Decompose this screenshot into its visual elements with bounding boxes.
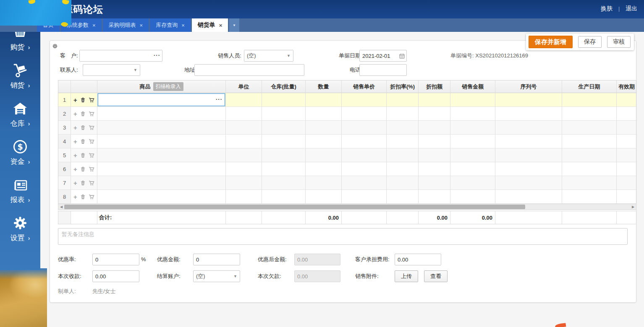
grid-cell bbox=[495, 162, 562, 176]
tab-purchase-detail[interactable]: 采购明细表 × bbox=[103, 18, 149, 32]
close-icon[interactable]: × bbox=[140, 23, 143, 28]
product-input[interactable] bbox=[98, 93, 225, 106]
discount-amount-input[interactable] bbox=[193, 254, 240, 265]
view-button[interactable]: 查看 bbox=[424, 270, 448, 282]
received-input[interactable] bbox=[92, 270, 139, 282]
customer-input[interactable] bbox=[79, 50, 162, 62]
delete-row-icon[interactable] bbox=[81, 153, 85, 158]
row-number: 2 bbox=[58, 107, 71, 121]
grid-cell bbox=[617, 107, 636, 121]
grid-cell bbox=[97, 190, 226, 204]
close-icon[interactable]: × bbox=[92, 23, 96, 28]
add-row-icon[interactable]: + bbox=[73, 125, 77, 131]
grid-cell bbox=[306, 135, 342, 148]
topbar-links: 换肤 | 退出 bbox=[601, 5, 637, 13]
row-number: 7 bbox=[58, 176, 71, 190]
sidebar-item-funds[interactable]: $ 资金› bbox=[0, 133, 40, 171]
tab-stock-query[interactable]: 库存查询 × bbox=[150, 18, 191, 32]
settle-account-select[interactable]: (空) ▼ bbox=[193, 270, 240, 282]
phone-input[interactable] bbox=[359, 64, 407, 76]
tab-overflow-button[interactable]: ▼ bbox=[229, 18, 239, 32]
add-row-icon[interactable]: + bbox=[73, 97, 77, 103]
grid-cell bbox=[387, 93, 419, 107]
doc-number: 单据编号: XS202102012126169 bbox=[450, 50, 528, 62]
cart-row-icon[interactable] bbox=[89, 111, 94, 117]
grid-cell bbox=[97, 107, 226, 121]
totals-cell bbox=[495, 211, 562, 224]
scrollbar-track[interactable] bbox=[64, 204, 630, 210]
top-bar: 源码论坛 换肤 | 退出 bbox=[0, 0, 644, 18]
row-number: 8 bbox=[58, 190, 71, 204]
sales-order-panel: 客 户: ··· 销售人员: (空) ▼ 单据日期: 单据编号: XS20210… bbox=[50, 40, 636, 303]
delete-row-icon[interactable] bbox=[81, 194, 85, 200]
scrollbar-thumb[interactable] bbox=[64, 205, 525, 209]
cart-row-icon[interactable] bbox=[89, 153, 94, 158]
sidebar-item-sales[interactable]: 销货› bbox=[0, 57, 40, 95]
logout-link[interactable]: 退出 bbox=[626, 5, 637, 13]
delete-row-icon[interactable] bbox=[81, 166, 85, 172]
contact-label: 联系人: bbox=[60, 64, 78, 76]
totals-cell bbox=[58, 211, 71, 224]
leaf-icon bbox=[62, 0, 69, 5]
warehouse-icon bbox=[13, 101, 28, 116]
upload-button[interactable]: 上传 bbox=[395, 270, 418, 282]
salesperson-select[interactable]: (空) ▼ bbox=[244, 50, 293, 62]
customer-fee-input[interactable] bbox=[395, 254, 441, 265]
add-row-icon[interactable]: + bbox=[73, 166, 77, 172]
grid-cell bbox=[562, 93, 617, 107]
tab-sales-order-label: 销货单 bbox=[198, 21, 215, 29]
row-actions: + bbox=[71, 93, 97, 107]
scroll-left-arrow-icon[interactable]: ◀ bbox=[58, 204, 64, 210]
product-field-wrap: ··· bbox=[98, 93, 225, 106]
sidebar-item-reports[interactable]: 报表› bbox=[0, 171, 40, 209]
grid-cell bbox=[387, 162, 419, 176]
cart-row-icon[interactable] bbox=[89, 166, 94, 172]
save-button[interactable]: 保存 bbox=[578, 36, 602, 48]
add-row-icon[interactable]: + bbox=[73, 138, 77, 145]
audit-button[interactable]: 审核 bbox=[607, 36, 631, 48]
change-skin-link[interactable]: 换肤 bbox=[601, 5, 613, 13]
scan-gun-entry-badge[interactable]: 扫描枪录入 bbox=[153, 82, 183, 91]
tab-sales-order[interactable]: 销货单 × bbox=[192, 18, 228, 32]
grid-row-6: 6+ bbox=[58, 162, 636, 176]
product-lookup-button[interactable]: ··· bbox=[216, 97, 223, 102]
delete-row-icon[interactable] bbox=[81, 97, 85, 103]
after-discount-label: 优惠后金额: bbox=[258, 254, 287, 265]
horizontal-scrollbar[interactable]: ◀ ▶ bbox=[58, 204, 636, 210]
sidebar-item-warehouse[interactable]: 仓库› bbox=[0, 95, 40, 133]
delete-row-icon[interactable] bbox=[81, 180, 85, 186]
delete-row-icon[interactable] bbox=[81, 125, 85, 130]
cart-row-icon[interactable] bbox=[89, 97, 94, 103]
grid-cell bbox=[450, 190, 495, 204]
remark-textarea[interactable] bbox=[58, 228, 628, 245]
cart-row-icon[interactable] bbox=[89, 139, 94, 144]
row-action-icons: + bbox=[73, 180, 94, 186]
save-and-new-button[interactable]: 保存并新增 bbox=[529, 36, 573, 48]
discount-rate-label: 优惠率: bbox=[58, 254, 76, 265]
cart-row-icon[interactable] bbox=[89, 194, 94, 200]
add-row-icon[interactable]: + bbox=[73, 180, 77, 186]
add-row-icon[interactable]: + bbox=[73, 194, 77, 200]
close-icon[interactable]: × bbox=[181, 23, 185, 28]
column-header-1 bbox=[71, 80, 97, 93]
sidebar-item-settings[interactable]: 设置› bbox=[0, 209, 40, 247]
contact-select[interactable]: ▼ bbox=[83, 64, 140, 76]
scroll-right-arrow-icon[interactable]: ▶ bbox=[630, 204, 636, 210]
cart-row-icon[interactable] bbox=[89, 125, 94, 130]
discount-rate-input[interactable] bbox=[92, 254, 139, 265]
add-row-icon[interactable]: + bbox=[73, 152, 77, 158]
grid-cell bbox=[495, 93, 562, 107]
grid-cell bbox=[617, 190, 636, 204]
customer-lookup-button[interactable]: ··· bbox=[154, 52, 160, 58]
address-input[interactable] bbox=[194, 64, 304, 76]
panel-settings-gear-icon[interactable] bbox=[52, 43, 58, 48]
customer-label: 客 户: bbox=[60, 50, 78, 62]
close-icon[interactable]: × bbox=[219, 23, 223, 28]
add-row-icon[interactable]: + bbox=[73, 111, 77, 117]
calendar-icon[interactable] bbox=[399, 53, 405, 60]
totals-discount: 0.00 bbox=[419, 211, 450, 224]
delete-row-icon[interactable] bbox=[81, 111, 85, 117]
cart-row-icon[interactable] bbox=[89, 180, 94, 186]
delete-row-icon[interactable] bbox=[81, 139, 85, 144]
totals-cell bbox=[226, 211, 262, 224]
